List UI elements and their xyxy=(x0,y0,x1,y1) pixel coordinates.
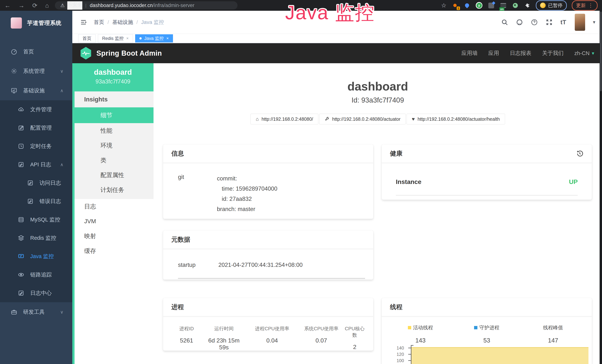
breadcrumb-separator: / xyxy=(137,19,138,25)
close-icon[interactable]: × xyxy=(166,36,169,41)
threads-card: 线程 活动线程 143 xyxy=(382,298,592,364)
threads-card-title: 线程 xyxy=(382,298,592,317)
user-avatar[interactable] xyxy=(575,14,585,31)
sidebar-item-system[interactable]: 系统管理 ∨ xyxy=(0,61,72,81)
sba-menu-environment[interactable]: 环境 xyxy=(72,138,153,153)
stat-label: 进程ID xyxy=(170,325,203,332)
address-bar[interactable]: ⚠ 不安全 | dashboard.yudao.iocoder.cn/infra… xyxy=(55,1,237,10)
browser-menu-kebab-icon[interactable]: ⋮ xyxy=(588,2,593,9)
hamburger-icon[interactable] xyxy=(80,19,87,25)
browser-forward-icon[interactable]: → xyxy=(18,2,24,9)
browser-home-icon[interactable]: ⌂ xyxy=(45,2,49,9)
stat-label: CPU核心数 xyxy=(343,325,366,338)
breadcrumb-home[interactable]: 首页 xyxy=(94,19,104,26)
sidebar-item-config[interactable]: 配置管理 xyxy=(0,119,72,137)
metadata-startup-row: startup 2021-04-27T00:44:31.254+08:00 xyxy=(178,262,365,279)
bookmark-star-icon[interactable]: ☆ xyxy=(441,2,446,9)
app-shell: 芋道管理系统 首页 系统管理 ∨ xyxy=(0,11,602,364)
sba-nav-applications[interactable]: 应用 xyxy=(488,50,499,57)
sba-menu-metrics[interactable]: 性能 xyxy=(72,123,153,138)
log-edit-icon xyxy=(27,198,33,204)
app-logo[interactable]: 芋道管理系统 xyxy=(0,11,72,35)
extension-orange-icon[interactable]: 1 xyxy=(452,2,459,9)
sba-menu-scheduled-tasks[interactable]: 计划任务 xyxy=(72,182,153,197)
browser-back-icon[interactable]: ← xyxy=(4,2,11,9)
sidebar-item-home[interactable]: 首页 xyxy=(0,42,72,61)
sba-logo-icon[interactable] xyxy=(80,47,92,60)
extension-green-icon[interactable] xyxy=(512,2,519,9)
sidebar-item-log-center[interactable]: 日志中心 xyxy=(0,284,72,302)
stat-value: 6d 23h 15m 59s xyxy=(203,337,245,351)
tab-redis-monitor[interactable]: Redis 监控 × xyxy=(98,34,133,43)
health-url-button[interactable]: ♥ http://192.168.0.2:48080/actuator/heal… xyxy=(407,114,505,124)
sidebar-item-files[interactable]: 文件管理 xyxy=(0,100,72,119)
sidebar-item-mysql[interactable]: MySQL 监控 xyxy=(0,211,72,229)
sba-menu-config-props[interactable]: 配置属性 xyxy=(72,168,153,182)
sidebar-item-infra[interactable]: 基础设施 ∧ xyxy=(0,81,72,100)
layers-icon xyxy=(18,235,24,241)
browser-toolbar: ← → ⟳ ⌂ ⚠ 不安全 | dashboard.yudao.iocoder.… xyxy=(0,0,602,11)
tab-home[interactable]: 首页 xyxy=(78,34,96,43)
metadata-card: 元数据 startup 2021-04-27T00:44:31.254+08:0… xyxy=(163,230,373,280)
help-question-icon[interactable] xyxy=(531,19,538,26)
log-edit-icon xyxy=(27,180,33,186)
cloud-upload-icon xyxy=(18,106,24,113)
sba-nav-about[interactable]: 关于我们 xyxy=(542,50,564,57)
insights-section-label: Insights xyxy=(72,91,153,107)
sba-menu-jvm[interactable]: JVM xyxy=(72,214,153,229)
extension-switch-icon[interactable]: on xyxy=(500,2,507,9)
metadata-row-label: startup xyxy=(178,262,218,268)
git-branch-line: branch: master xyxy=(217,204,277,214)
font-size-icon[interactable]: tT xyxy=(560,19,566,26)
github-icon[interactable] xyxy=(516,19,523,26)
sidebar-item-label: 首页 xyxy=(23,48,34,55)
sba-menu-logs[interactable]: 日志 xyxy=(72,199,153,214)
gauge-icon xyxy=(11,48,17,55)
process-stats-row: 进程ID 5261 运行时间 6d 23h 15m 59s 进程CPU使用率 0… xyxy=(163,317,373,351)
git-time-line: time: 1596289704000 xyxy=(217,183,277,194)
health-instance-row: Instance UP xyxy=(396,178,578,195)
extension-grid-icon[interactable] xyxy=(488,2,495,9)
fullscreen-icon[interactable] xyxy=(546,19,553,26)
page-scrollbar[interactable] xyxy=(600,11,602,364)
stat-value: 5261 xyxy=(170,337,203,344)
sidebar-item-java-monitor[interactable]: Java 监控 xyxy=(0,247,72,266)
tab-label: 首页 xyxy=(83,35,91,41)
history-icon[interactable] xyxy=(576,150,584,157)
sidebar-item-redis[interactable]: Redis 监控 xyxy=(0,229,72,247)
sba-language-select[interactable]: zh-CN ▾ xyxy=(574,50,594,56)
browser-reload-icon[interactable]: ⟳ xyxy=(32,2,37,9)
main-column: 首页 / 基础设施 / Java 监控 xyxy=(72,11,602,364)
sba-menu-details[interactable]: 细节 xyxy=(72,107,153,123)
extension-y-icon[interactable]: y xyxy=(475,2,483,9)
sidebar-item-tracing[interactable]: 链路追踪 xyxy=(0,266,72,284)
gear-icon xyxy=(11,68,17,74)
breadcrumb-infra[interactable]: 基础设施 xyxy=(112,19,133,26)
timer-icon xyxy=(18,143,24,150)
browser-update-chip[interactable]: 更新 ⋮ xyxy=(572,0,598,11)
service-url-button[interactable]: ⌂ http://192.168.0.2:48080/ xyxy=(250,114,318,124)
search-icon[interactable] xyxy=(501,19,508,26)
paused-extension-chip[interactable]: 已暂停 xyxy=(536,0,567,11)
sidebar-item-access-log[interactable]: 访问日志 xyxy=(0,174,72,192)
scrollbar-thumb[interactable] xyxy=(600,11,602,91)
sidebar-item-jobs[interactable]: 定时任务 xyxy=(0,137,72,155)
sba-instance-header[interactable]: dashboard 93a3fc7f7409 xyxy=(72,63,153,91)
sidebar-item-api-log[interactable]: API 日志 ∧ xyxy=(0,155,72,174)
extension-pin-icon[interactable] xyxy=(463,2,471,9)
sba-menu-mappings[interactable]: 映射 xyxy=(72,229,153,244)
sba-nav-wallboard[interactable]: 应用墙 xyxy=(462,50,478,57)
tab-java-monitor[interactable]: Java 监控 × xyxy=(135,34,173,43)
sidebar-item-label: MySQL 监控 xyxy=(30,216,60,224)
sidebar-item-dev-tools[interactable]: 研发工具 ∨ xyxy=(0,302,72,322)
close-icon[interactable]: × xyxy=(126,36,129,41)
not-secure-label[interactable]: 不安全 xyxy=(67,1,82,10)
extensions-puzzle-icon[interactable] xyxy=(524,2,531,9)
user-menu-caret-icon[interactable]: ▾ xyxy=(593,19,595,25)
actuator-url-button[interactable]: http://192.168.0.2:48080/actuator xyxy=(319,114,406,124)
sba-menu-classes[interactable]: 类 xyxy=(72,153,153,168)
app-title: 芋道管理系统 xyxy=(27,19,62,27)
sidebar-item-error-log[interactable]: 错误日志 xyxy=(0,192,72,211)
sba-nav-journal[interactable]: 日志报表 xyxy=(510,50,531,57)
sba-menu-caches[interactable]: 缓存 xyxy=(72,244,153,258)
